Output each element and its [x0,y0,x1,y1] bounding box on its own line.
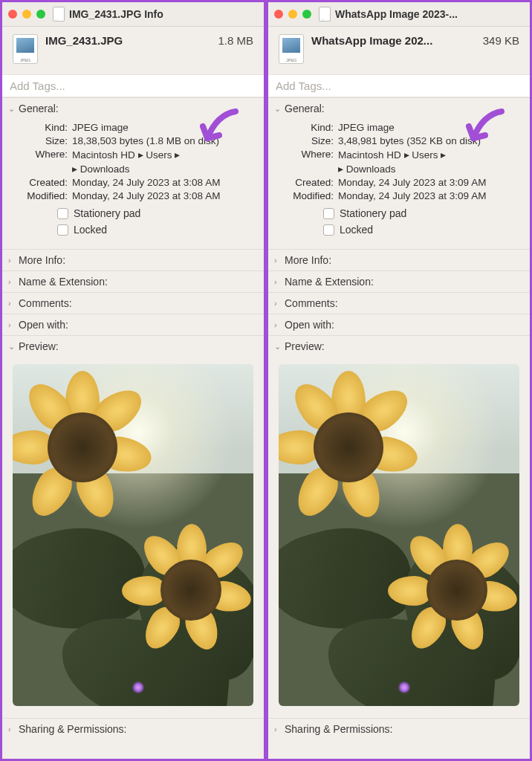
window-title: WhatsApp Image 2023-... [335,8,524,20]
section-label: General: [285,103,325,114]
section-name-ext-header[interactable]: ›Name & Extension: [2,271,264,292]
section-more-info-header[interactable]: ›More Info: [268,250,530,271]
section-open-with: ›Open with: [2,314,264,335]
section-comments: ›Comments: [2,292,264,314]
section-label: Open with: [19,319,68,331]
stationery-pad-row: Stationery pad [57,207,256,219]
size-value: 18,38,503 bytes (1.8 MB on disk) [72,135,256,146]
section-name-ext: ›Name & Extension: [2,271,264,292]
locked-label: Locked [340,224,373,236]
traffic-lights [274,10,311,19]
chevron-down-icon: ⌄ [8,104,17,114]
section-general-header[interactable]: ⌄ General: [2,98,264,119]
section-more-info: ›More Info: [268,249,530,271]
stationery-pad-label: Stationery pad [74,207,140,219]
minimize-icon[interactable] [288,10,297,19]
file-size: 1.8 MB [218,34,253,47]
chevron-right-icon: › [274,725,283,734]
stationery-pad-checkbox[interactable] [323,208,334,219]
created-label: Created: [279,177,334,188]
stationery-pad-row: Stationery pad [323,207,522,219]
where-label: Where: [13,149,68,161]
section-preview-header[interactable]: ⌄Preview: [2,336,264,357]
kind-value: JPEG image [72,122,256,133]
zoom-icon[interactable] [36,10,45,19]
chevron-right-icon: › [274,256,283,265]
section-label: Name & Extension: [285,276,374,288]
chevron-right-icon: › [8,277,17,286]
file-name: IMG_2431.JPG [45,34,123,47]
zoom-icon[interactable] [302,10,311,19]
locked-checkbox[interactable] [57,224,68,236]
section-open-with-header[interactable]: ›Open with: [268,314,530,335]
section-general-header[interactable]: ⌄ General: [268,98,530,119]
section-sharing: ›Sharing & Permissions: [268,718,530,739]
locked-checkbox[interactable] [323,224,334,236]
chevron-right-icon: › [8,725,17,734]
section-label: More Info: [285,254,331,266]
section-comments-header[interactable]: ›Comments: [2,293,264,314]
kind-label: Kind: [13,122,68,133]
minimize-icon[interactable] [22,10,31,19]
close-icon[interactable] [274,10,283,19]
locked-row: Locked [57,224,256,236]
preview-image [279,364,519,706]
kind-label: Kind: [279,122,334,133]
file-header: WhatsApp Image 202... 349 KB [268,27,530,74]
section-label: More Info: [19,254,65,266]
section-comments: ›Comments: [268,292,530,314]
section-preview: ⌄Preview: [268,335,530,718]
close-icon[interactable] [8,10,17,19]
size-label: Size: [13,135,68,146]
preview-image [13,364,253,706]
section-sharing-header[interactable]: ›Sharing & Permissions: [2,719,264,739]
chevron-right-icon: › [8,320,17,329]
size-label: Size: [279,135,334,146]
chevron-right-icon: › [8,256,17,265]
section-label: Comments: [285,297,338,309]
chevron-right-icon: › [274,277,283,286]
section-more-info-header[interactable]: ›More Info: [2,250,264,271]
created-value: Monday, 24 July 2023 at 3:08 AM [72,177,256,188]
chevron-down-icon: ⌄ [8,342,17,352]
chevron-down-icon: ⌄ [274,342,283,352]
section-label: Sharing & Permissions: [285,723,393,735]
document-proxy-icon[interactable] [319,7,331,22]
section-preview: ⌄Preview: [2,335,264,718]
tags-input[interactable]: Add Tags... [2,74,264,97]
modified-value: Monday, 24 July 2023 at 3:09 AM [338,190,522,201]
modified-label: Modified: [13,190,68,201]
section-label: Preview: [285,340,325,352]
file-name: WhatsApp Image 202... [311,34,432,47]
section-sharing-header[interactable]: ›Sharing & Permissions: [268,719,530,739]
document-proxy-icon[interactable] [53,7,65,22]
section-label: Open with: [285,319,334,331]
created-label: Created: [13,177,68,188]
traffic-lights [8,10,45,19]
section-more-info: ›More Info: [2,249,264,271]
section-label: Name & Extension: [19,276,108,288]
section-label: General: [19,103,59,114]
section-label: Sharing & Permissions: [19,723,127,735]
info-window-left: IMG_2431.JPG Info IMG_2431.JPG 1.8 MB Ad… [0,0,266,761]
stationery-pad-checkbox[interactable] [57,208,68,219]
section-preview-header[interactable]: ⌄Preview: [268,336,530,357]
section-name-ext: ›Name & Extension: [268,271,530,292]
section-name-ext-header[interactable]: ›Name & Extension: [268,271,530,292]
file-preview-icon[interactable] [13,34,38,64]
window-title: IMG_2431.JPG Info [69,8,258,20]
section-open-with: ›Open with: [268,314,530,335]
section-label: Preview: [19,340,59,352]
tags-input[interactable]: Add Tags... [268,74,530,97]
section-comments-header[interactable]: ›Comments: [268,293,530,314]
where-value-2: ▸ Downloads [338,163,522,175]
info-window-right: WhatsApp Image 2023-... WhatsApp Image 2… [266,0,532,761]
chevron-right-icon: › [8,299,17,308]
kind-value: JPEG image [338,122,522,133]
file-preview-icon[interactable] [279,34,304,64]
section-sharing: ›Sharing & Permissions: [2,718,264,739]
created-value: Monday, 24 July 2023 at 3:09 AM [338,177,522,188]
section-open-with-header[interactable]: ›Open with: [2,314,264,335]
locked-label: Locked [74,224,107,236]
modified-value: Monday, 24 July 2023 at 3:08 AM [72,190,256,201]
